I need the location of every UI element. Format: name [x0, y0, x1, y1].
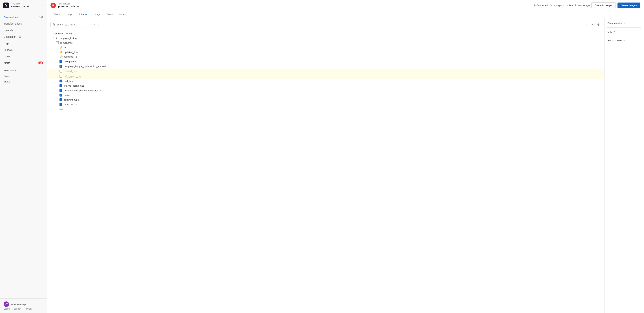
column-row: ✓ measurement_partner_campaign_id — [50, 88, 601, 93]
schema-toolbar: 🔍 ⛉ ↻ ⤢ ⚙ — [50, 22, 601, 28]
sidebar: FIVETRAN Fivetran_UCM ▾ Connectors 187 T… — [0, 0, 47, 313]
save-changes-button[interactable]: Save changes — [618, 3, 640, 8]
filter-button[interactable]: ⛉ — [92, 22, 98, 28]
sidebar-item-alerts[interactable]: Alerts 59 — [0, 60, 47, 66]
table-expand-campaign-history[interactable]: ▼ — [56, 37, 58, 39]
user-row: YY Yana Yarovaya — [4, 301, 43, 307]
column-row: 🔑 id — [50, 45, 601, 50]
destination-label: Destination — [4, 35, 16, 38]
sidebar-item-connectors[interactable]: Connectors 187 — [0, 14, 47, 20]
column-name-objective-type: objective_type — [64, 99, 79, 101]
tab-logs[interactable]: Logs — [64, 11, 75, 18]
table-check-campaign-history[interactable]: ✓ — [52, 37, 54, 40]
chevron-down-icon: ▾ — [42, 4, 44, 7]
users-label: Users — [4, 55, 10, 58]
topbar-actions: Connected ↻ Last sync completed 7 minute… — [534, 2, 640, 8]
external-link-icon: ↗ — [613, 31, 615, 33]
column-checkbox-measurement-partner[interactable]: ✓ — [60, 89, 62, 92]
status-indicator: Connected — [534, 4, 548, 7]
tab-notes[interactable]: Notes — [116, 11, 129, 18]
sidebar-item-transformations[interactable]: Transformations — [0, 20, 47, 27]
table-name-campaign-history: campaign_history — [59, 37, 77, 40]
discard-changes-button[interactable]: Discard changes — [591, 2, 616, 8]
column-row: 🔑 updated_time — [50, 50, 601, 55]
tab-status[interactable]: Status — [50, 11, 64, 18]
column-name-name: name — [64, 94, 70, 97]
column-name-end-time: end_time — [64, 80, 74, 83]
connector-name: pinterest_ads_5 — [58, 5, 78, 8]
link-icon: ⛓ — [19, 35, 22, 39]
avatar: YY — [4, 301, 9, 307]
sidebar-item-users[interactable]: Users — [0, 53, 47, 60]
user-name: Yana Yarovaya — [11, 303, 26, 305]
uploads-label: Uploads — [4, 29, 13, 32]
table-check-board-history[interactable]: ✓ — [52, 32, 54, 35]
alerts-label: Alerts — [4, 62, 10, 64]
sidebar-item-status[interactable]: Status — [0, 79, 47, 84]
sidebar-item-uploads[interactable]: Uploads — [0, 27, 47, 33]
sidebar-item-docs[interactable]: Docs — [0, 73, 47, 79]
erd-link[interactable]: ERD ↗ — [608, 31, 641, 33]
toolbar-right: ↻ ⤢ ⚙ — [584, 22, 601, 28]
schema-tree: ✓ ▶ board_history ✓ ▼ campaign_history −… — [50, 31, 601, 112]
column-name-lifetime-spend-cap: lifetime_spend_cap — [64, 84, 84, 87]
column-name-id: id — [64, 46, 66, 49]
column-checkbox-end-time[interactable]: ✓ — [60, 80, 62, 83]
refresh-button[interactable]: ↻ — [584, 22, 589, 28]
main-area: P Pinterest Ads pinterest_ads_5 Connecte… — [47, 0, 644, 313]
bi-tools-label: BI Tools — [4, 49, 12, 51]
fivetran-logo — [3, 3, 9, 8]
tab-schema[interactable]: Schema — [75, 11, 90, 18]
table-expand-board-history[interactable]: ▶ — [56, 32, 57, 35]
search-box[interactable]: 🔍 — [50, 22, 90, 28]
documentation-label: Documentation — [608, 22, 623, 25]
tab-setup[interactable]: Setup — [104, 11, 116, 18]
column-checkbox-lifetime-spend-cap[interactable]: ✓ — [60, 84, 62, 87]
columns-group: − ▦ Columns — [50, 41, 601, 45]
column-name-updated-time: updated_time — [64, 51, 78, 54]
sidebar-item-logs[interactable]: Logs — [0, 40, 47, 47]
sidebar-item-notifications[interactable]: Notifications — [0, 68, 47, 73]
release-notes-link[interactable]: Release Notes ↗ — [608, 39, 641, 42]
column-checkbox-objective-type[interactable]: ✓ — [60, 98, 62, 101]
support-link[interactable]: Support — [14, 307, 21, 310]
schema-area: 🔍 ⛉ ↻ ⤢ ⚙ ✓ ▶ board_history — [47, 18, 604, 313]
sidebar-header[interactable]: FIVETRAN Fivetran_UCM ▾ — [0, 0, 47, 11]
search-input[interactable] — [56, 23, 88, 26]
column-name-measurement-partner: measurement_partner_campaign_id — [64, 89, 102, 92]
collapse-button[interactable]: ⤢ — [590, 22, 594, 28]
external-link-icon: ↗ — [624, 22, 626, 24]
content-area: 🔍 ⛉ ↻ ⤢ ⚙ ✓ ▶ board_history — [47, 18, 644, 313]
transformations-label: Transformations — [4, 22, 22, 25]
footer-links: Logout · Support · Privacy — [4, 307, 43, 310]
alerts-badge: 59 — [38, 62, 43, 64]
column-checkbox-daily-spend-cap[interactable] — [60, 75, 62, 78]
tabs: Status Logs Schema Usage Setup Notes — [47, 11, 644, 18]
table-row: ✓ ▶ board_history — [50, 31, 601, 36]
logout-link[interactable]: Logout — [4, 307, 10, 310]
key-icon: 🔑 — [60, 46, 62, 49]
columns-checkbox[interactable]: − — [56, 41, 59, 44]
org-name: Fivetran_UCM — [11, 5, 29, 8]
topbar: P Pinterest Ads pinterest_ads_5 Connecte… — [47, 0, 644, 11]
column-row: ✓ order_line_id — [50, 102, 601, 107]
column-checkbox-billing-group[interactable]: ✓ — [60, 60, 62, 63]
privacy-link[interactable]: Privacy — [25, 307, 32, 310]
tab-usage[interactable]: Usage — [90, 11, 104, 18]
column-checkbox-order-line-id[interactable]: ✓ — [60, 103, 62, 106]
sidebar-item-bi-tools[interactable]: BI Tools — [0, 47, 47, 53]
org-info: FIVETRAN Fivetran_UCM — [11, 3, 29, 8]
column-name-daily-spend-cap: daily_spend_cap — [64, 75, 82, 78]
documentation-link[interactable]: Documentation ↗ — [608, 22, 641, 25]
settings-button[interactable]: ⚙ — [596, 22, 601, 28]
sync-label: Last sync completed 7 minutes ago — [553, 4, 590, 7]
column-checkbox-created-time[interactable] — [60, 70, 62, 73]
column-row-highlighted: daily_spend_cap — [47, 74, 604, 79]
column-checkbox-name[interactable]: ✓ — [60, 94, 62, 97]
column-checkbox-campaign-budget[interactable]: ✓ — [60, 65, 62, 68]
sidebar-item-destination[interactable]: Destination ⛓ — [0, 33, 47, 40]
connector-icon: P — [50, 3, 56, 8]
key-icon: 🔑 — [60, 55, 62, 58]
nav-secondary: Notifications Docs Status — [0, 66, 47, 86]
divider — [608, 36, 641, 36]
